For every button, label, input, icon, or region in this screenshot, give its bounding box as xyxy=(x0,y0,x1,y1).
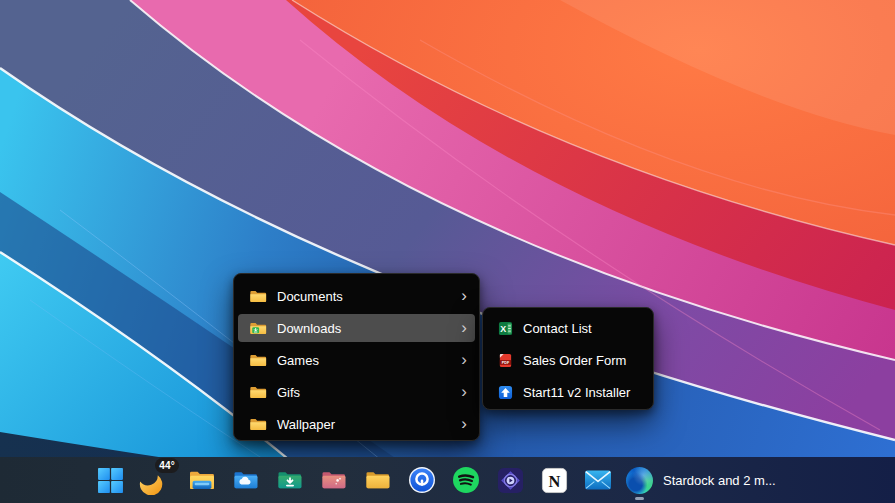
chevron-right-icon: › xyxy=(461,383,467,400)
folder-icon xyxy=(249,385,267,400)
desktop-screen: Documents › Downloads › Games › Gifs › W… xyxy=(0,0,895,503)
menu-item-documents[interactable]: Documents › xyxy=(238,282,475,310)
windows-logo-icon xyxy=(97,467,124,494)
excel-file-icon: X xyxy=(498,321,513,336)
submenu-item-contact-list[interactable]: X Contact List xyxy=(487,314,649,342)
adobe-app-icon xyxy=(497,467,524,494)
edge-icon xyxy=(626,467,653,494)
cloud-folder-icon xyxy=(233,469,259,491)
crescent-moon-icon xyxy=(137,469,163,499)
edge-task-button[interactable]: Stardock and 2 m... xyxy=(620,457,790,503)
yellow-folder-button[interactable] xyxy=(356,457,400,503)
downloads-folder-icon xyxy=(277,469,303,491)
notion-icon: N xyxy=(541,467,568,494)
chevron-right-icon: › xyxy=(461,415,467,432)
running-app-indicator xyxy=(635,497,644,500)
weather-widget-button[interactable]: 44° xyxy=(132,457,180,503)
edge-window-title: Stardock and 2 m... xyxy=(663,473,776,488)
submenu-item-label: Sales Order Form xyxy=(523,353,626,368)
folder-icon xyxy=(249,353,267,368)
downloads-folder-button[interactable] xyxy=(268,457,312,503)
file-explorer-icon xyxy=(188,467,216,493)
menu-item-downloads[interactable]: Downloads › xyxy=(238,314,475,342)
menu-item-label: Games xyxy=(277,353,319,368)
submenu-item-label: Contact List xyxy=(523,321,592,336)
spotify-icon xyxy=(452,466,480,494)
folders-cascade-menu: Documents › Downloads › Games › Gifs › W… xyxy=(233,273,480,441)
svg-text:X: X xyxy=(500,323,506,333)
temperature-badge: 44° xyxy=(155,458,179,473)
yellow-folder-icon xyxy=(365,469,391,491)
file-explorer-button[interactable] xyxy=(180,457,224,503)
svg-text:N: N xyxy=(548,471,560,490)
pink-media-folder-button[interactable] xyxy=(312,457,356,503)
folder-icon xyxy=(249,289,267,304)
menu-item-label: Gifs xyxy=(277,385,300,400)
start11-installer-icon xyxy=(498,385,513,400)
menu-item-games[interactable]: Games › xyxy=(238,346,475,374)
notion-button[interactable]: N xyxy=(532,457,576,503)
svg-text:PDF: PDF xyxy=(502,360,510,364)
pdf-file-icon: PDF xyxy=(498,353,513,368)
folder-icon xyxy=(249,417,267,432)
menu-item-label: Downloads xyxy=(277,321,341,336)
menu-item-label: Documents xyxy=(277,289,343,304)
downloads-folder-icon xyxy=(249,321,267,336)
start-button[interactable] xyxy=(88,457,132,503)
submenu-item-sales-order-form[interactable]: PDF Sales Order Form xyxy=(487,346,649,374)
mail-icon xyxy=(584,469,612,491)
mail-button[interactable] xyxy=(576,457,620,503)
taskbar: 44° xyxy=(0,457,895,503)
submenu-item-start11-installer[interactable]: Start11 v2 Installer xyxy=(487,378,649,406)
pink-media-folder-icon xyxy=(321,469,347,491)
downloads-submenu: X Contact List PDF Sales Order Form Star… xyxy=(482,307,654,410)
menu-item-label: Wallpaper xyxy=(277,417,335,432)
cloud-folder-button[interactable] xyxy=(224,457,268,503)
menu-item-wallpaper[interactable]: Wallpaper › xyxy=(238,410,475,438)
onepassword-icon xyxy=(408,466,436,494)
menu-item-gifs[interactable]: Gifs › xyxy=(238,378,475,406)
submenu-item-label: Start11 v2 Installer xyxy=(523,385,630,400)
chevron-right-icon: › xyxy=(461,287,467,304)
adobe-app-button[interactable] xyxy=(488,457,532,503)
chevron-right-icon: › xyxy=(461,319,467,336)
chevron-right-icon: › xyxy=(461,351,467,368)
onepassword-button[interactable] xyxy=(400,457,444,503)
spotify-button[interactable] xyxy=(444,457,488,503)
